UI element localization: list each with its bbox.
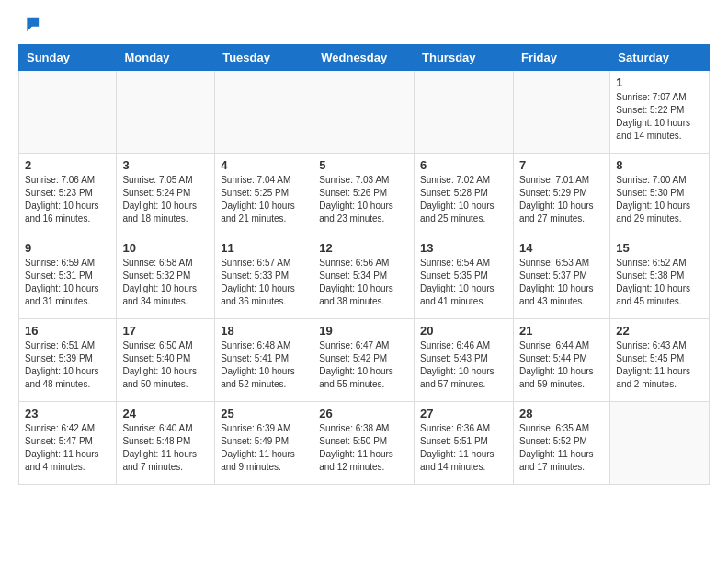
day-cell: 16Sunrise: 6:51 AMSunset: 5:39 PMDayligh… — [19, 319, 117, 402]
day-cell: 2Sunrise: 7:06 AMSunset: 5:23 PMDaylight… — [19, 154, 117, 236]
day-number: 16 — [25, 324, 110, 338]
day-info: Sunrise: 7:05 AMSunset: 5:24 PMDaylight:… — [122, 174, 209, 225]
week-row-1: 2Sunrise: 7:06 AMSunset: 5:23 PMDaylight… — [19, 154, 710, 236]
day-cell: 1Sunrise: 7:07 AMSunset: 5:22 PMDaylight… — [610, 71, 710, 154]
day-info: Sunrise: 7:06 AMSunset: 5:23 PMDaylight:… — [25, 174, 110, 225]
day-number: 14 — [519, 241, 604, 255]
day-number: 6 — [420, 158, 507, 172]
weekday-header-monday: Monday — [117, 45, 215, 71]
day-info: Sunrise: 7:00 AMSunset: 5:30 PMDaylight:… — [616, 174, 703, 225]
day-number: 13 — [420, 241, 507, 255]
day-info: Sunrise: 7:01 AMSunset: 5:29 PMDaylight:… — [519, 174, 604, 225]
day-number: 15 — [616, 241, 703, 255]
day-info: Sunrise: 6:51 AMSunset: 5:39 PMDaylight:… — [25, 339, 110, 391]
day-cell: 5Sunrise: 7:03 AMSunset: 5:26 PMDaylight… — [313, 154, 415, 236]
day-info: Sunrise: 6:48 AMSunset: 5:41 PMDaylight:… — [221, 339, 307, 391]
day-number: 12 — [319, 241, 408, 255]
day-number: 10 — [122, 241, 209, 255]
day-cell: 18Sunrise: 6:48 AMSunset: 5:41 PMDayligh… — [215, 319, 313, 402]
day-cell: 21Sunrise: 6:44 AMSunset: 5:44 PMDayligh… — [513, 319, 609, 402]
day-cell — [313, 71, 415, 154]
calendar-table: SundayMondayTuesdayWednesdayThursdayFrid… — [18, 44, 710, 485]
day-info: Sunrise: 6:52 AMSunset: 5:38 PMDaylight:… — [616, 257, 703, 308]
day-info: Sunrise: 7:04 AMSunset: 5:25 PMDaylight:… — [221, 174, 307, 225]
day-info: Sunrise: 6:39 AMSunset: 5:49 PMDaylight:… — [221, 422, 307, 474]
day-info: Sunrise: 6:40 AMSunset: 5:48 PMDaylight:… — [122, 422, 209, 474]
day-number: 23 — [25, 407, 110, 420]
day-cell: 23Sunrise: 6:42 AMSunset: 5:47 PMDayligh… — [19, 402, 117, 485]
day-number: 28 — [519, 407, 604, 420]
day-cell: 26Sunrise: 6:38 AMSunset: 5:50 PMDayligh… — [313, 402, 415, 485]
day-number: 26 — [319, 407, 408, 420]
day-cell: 9Sunrise: 6:59 AMSunset: 5:31 PMDaylight… — [19, 236, 117, 319]
day-number: 3 — [122, 158, 209, 172]
weekday-header-wednesday: Wednesday — [313, 45, 415, 71]
day-number: 8 — [616, 158, 703, 172]
day-cell: 25Sunrise: 6:39 AMSunset: 5:49 PMDayligh… — [215, 402, 313, 485]
weekday-header-sunday: Sunday — [19, 45, 117, 71]
day-cell: 19Sunrise: 6:47 AMSunset: 5:42 PMDayligh… — [313, 319, 415, 402]
weekday-header-thursday: Thursday — [415, 45, 514, 71]
day-cell — [513, 71, 609, 154]
day-cell: 6Sunrise: 7:02 AMSunset: 5:28 PMDaylight… — [415, 154, 514, 236]
day-number: 25 — [221, 407, 307, 420]
day-number: 20 — [420, 324, 507, 338]
day-number: 17 — [122, 324, 209, 338]
day-info: Sunrise: 6:35 AMSunset: 5:52 PMDaylight:… — [519, 422, 604, 474]
day-info: Sunrise: 7:03 AMSunset: 5:26 PMDaylight:… — [319, 174, 408, 225]
day-info: Sunrise: 6:56 AMSunset: 5:34 PMDaylight:… — [319, 257, 408, 308]
day-number: 27 — [420, 407, 507, 420]
day-info: Sunrise: 6:43 AMSunset: 5:45 PMDaylight:… — [616, 339, 703, 391]
weekday-header-tuesday: Tuesday — [215, 45, 313, 71]
weekday-header-friday: Friday — [513, 45, 609, 71]
day-cell: 3Sunrise: 7:05 AMSunset: 5:24 PMDaylight… — [117, 154, 215, 236]
day-cell — [610, 402, 710, 485]
day-cell: 22Sunrise: 6:43 AMSunset: 5:45 PMDayligh… — [610, 319, 710, 402]
day-cell: 15Sunrise: 6:52 AMSunset: 5:38 PMDayligh… — [610, 236, 710, 319]
weekday-header-saturday: Saturday — [610, 45, 710, 71]
day-cell: 11Sunrise: 6:57 AMSunset: 5:33 PMDayligh… — [215, 236, 313, 319]
day-number: 22 — [616, 324, 703, 338]
day-number: 5 — [319, 158, 408, 172]
day-cell: 28Sunrise: 6:35 AMSunset: 5:52 PMDayligh… — [513, 402, 609, 485]
week-row-0: 1Sunrise: 7:07 AMSunset: 5:22 PMDaylight… — [19, 71, 710, 154]
day-cell: 14Sunrise: 6:53 AMSunset: 5:37 PMDayligh… — [513, 236, 609, 319]
day-cell — [415, 71, 514, 154]
day-cell: 17Sunrise: 6:50 AMSunset: 5:40 PMDayligh… — [117, 319, 215, 402]
header — [18, 15, 710, 35]
day-number: 11 — [221, 241, 307, 255]
week-row-2: 9Sunrise: 6:59 AMSunset: 5:31 PMDaylight… — [19, 236, 710, 319]
day-info: Sunrise: 6:36 AMSunset: 5:51 PMDaylight:… — [420, 422, 507, 474]
page: SundayMondayTuesdayWednesdayThursdayFrid… — [0, 0, 728, 500]
day-cell: 12Sunrise: 6:56 AMSunset: 5:34 PMDayligh… — [313, 236, 415, 319]
day-cell — [117, 71, 215, 154]
logo — [18, 15, 40, 35]
day-cell: 27Sunrise: 6:36 AMSunset: 5:51 PMDayligh… — [415, 402, 514, 485]
week-row-3: 16Sunrise: 6:51 AMSunset: 5:39 PMDayligh… — [19, 319, 710, 402]
day-number: 1 — [616, 75, 703, 89]
day-number: 4 — [221, 158, 307, 172]
day-cell — [215, 71, 313, 154]
day-number: 24 — [122, 407, 209, 420]
day-cell: 20Sunrise: 6:46 AMSunset: 5:43 PMDayligh… — [415, 319, 514, 402]
day-number: 2 — [25, 158, 110, 172]
day-info: Sunrise: 7:02 AMSunset: 5:28 PMDaylight:… — [420, 174, 507, 225]
day-info: Sunrise: 6:57 AMSunset: 5:33 PMDaylight:… — [221, 257, 307, 308]
day-cell: 24Sunrise: 6:40 AMSunset: 5:48 PMDayligh… — [117, 402, 215, 485]
svg-marker-0 — [27, 18, 39, 32]
day-number: 9 — [25, 241, 110, 255]
day-cell — [19, 71, 117, 154]
day-number: 18 — [221, 324, 307, 338]
day-cell: 8Sunrise: 7:00 AMSunset: 5:30 PMDaylight… — [610, 154, 710, 236]
day-info: Sunrise: 7:07 AMSunset: 5:22 PMDaylight:… — [616, 91, 703, 143]
day-cell: 10Sunrise: 6:58 AMSunset: 5:32 PMDayligh… — [117, 236, 215, 319]
day-info: Sunrise: 6:46 AMSunset: 5:43 PMDaylight:… — [420, 339, 507, 391]
day-info: Sunrise: 6:53 AMSunset: 5:37 PMDaylight:… — [519, 257, 604, 308]
day-info: Sunrise: 6:54 AMSunset: 5:35 PMDaylight:… — [420, 257, 507, 308]
day-number: 7 — [519, 158, 604, 172]
weekday-header-row: SundayMondayTuesdayWednesdayThursdayFrid… — [19, 45, 710, 71]
day-cell: 7Sunrise: 7:01 AMSunset: 5:29 PMDaylight… — [513, 154, 609, 236]
day-number: 19 — [319, 324, 408, 338]
day-number: 21 — [519, 324, 604, 338]
day-info: Sunrise: 6:38 AMSunset: 5:50 PMDaylight:… — [319, 422, 408, 474]
